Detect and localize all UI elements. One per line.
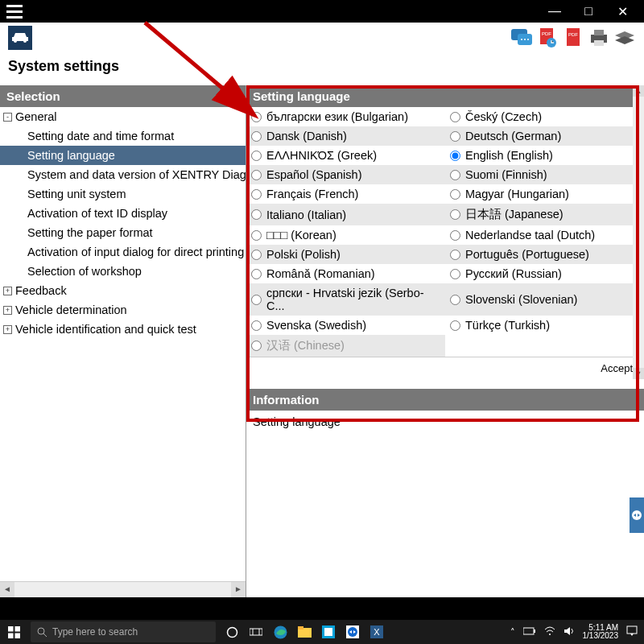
window-maximize[interactable]: □: [581, 4, 596, 19]
content-vscroll[interactable]: ▲ ▼: [633, 85, 644, 379]
sidebar-item-11[interactable]: +Vehicle identification and quick test: [0, 320, 246, 339]
language-option[interactable]: български език (Bulgarian): [246, 107, 445, 126]
taskview-icon[interactable]: [248, 624, 264, 640]
sidebar-item-9[interactable]: +Feedback: [0, 281, 246, 300]
sidebar-item-label: General: [15, 110, 57, 123]
language-radio[interactable]: [450, 250, 460, 260]
language-radio[interactable]: [251, 230, 262, 241]
scroll-right-icon[interactable]: ►: [231, 582, 246, 597]
language-radio[interactable]: [450, 170, 460, 180]
sidebar-item-6[interactable]: Setting the paper format: [0, 223, 246, 242]
sidebar-item-5[interactable]: Activation of text ID display: [0, 204, 246, 223]
language-option[interactable]: Nederlandse taal (Dutch): [445, 225, 644, 245]
printer-icon[interactable]: [588, 27, 610, 49]
scroll-up-icon[interactable]: ▲: [633, 85, 644, 97]
scroll-down-icon[interactable]: ▼: [633, 368, 644, 379]
language-radio[interactable]: [450, 112, 460, 122]
sidebar-item-1[interactable]: Setting date and time format: [0, 126, 246, 146]
search-input[interactable]: Type here to search: [31, 621, 216, 642]
pdf-icon[interactable]: PDF: [562, 27, 584, 49]
windows-icon: [8, 626, 20, 638]
edge-icon[interactable]: [272, 624, 288, 640]
vehicle-button[interactable]: [8, 26, 32, 50]
sidebar-item-10[interactable]: +Vehicle determination: [0, 300, 246, 320]
language-option[interactable]: Polski (Polish): [246, 245, 445, 264]
language-option[interactable]: Français (French): [246, 184, 445, 204]
language-option[interactable]: Slovenski (Slovenian): [445, 283, 644, 316]
chat-icon[interactable]: [510, 27, 533, 49]
tray-volume-icon[interactable]: [564, 626, 575, 638]
language-option[interactable]: ΕΛΛΗΝΙΚΌΣ (Greek): [246, 146, 445, 165]
language-radio[interactable]: [251, 269, 262, 279]
language-radio[interactable]: [251, 341, 262, 351]
tray-notifications-icon[interactable]: [626, 625, 638, 638]
language-option[interactable]: Italiano (Italian): [246, 204, 445, 225]
window-close[interactable]: ✕: [615, 4, 630, 19]
language-radio[interactable]: [251, 295, 262, 305]
language-option[interactable]: 日本語 (Japanese): [445, 204, 644, 225]
app1-icon[interactable]: [320, 624, 336, 640]
sidebar-item-2[interactable]: Setting language: [0, 146, 246, 165]
language-radio[interactable]: [450, 209, 460, 220]
sidebar-item-8[interactable]: Selection of workshop: [0, 262, 246, 281]
language-option[interactable]: Dansk (Danish): [246, 126, 445, 146]
sidebar-item-3[interactable]: System and data version of XENTRY Diagno…: [0, 165, 246, 184]
pdf-clock-icon[interactable]: PDF: [536, 27, 559, 49]
language-option[interactable]: Magyar (Hungarian): [445, 184, 644, 204]
language-option[interactable]: Türkçe (Turkish): [445, 316, 644, 335]
expand-icon[interactable]: +: [3, 306, 12, 315]
language-option[interactable]: Deutsch (German): [445, 126, 644, 146]
language-option[interactable]: српски - Hrvatski jezik (Serbo-C...: [246, 283, 445, 316]
language-radio[interactable]: [450, 269, 460, 279]
window-minimize[interactable]: —: [547, 4, 562, 19]
language-option[interactable]: Suomi (Finnish): [445, 165, 644, 184]
language-radio[interactable]: [450, 295, 460, 305]
tray-clock[interactable]: 5:11 AM 1/13/2023: [583, 624, 619, 640]
stack-icon[interactable]: [613, 27, 636, 49]
tray-chevron-icon[interactable]: ˄: [510, 627, 515, 638]
sidebar-item-7[interactable]: Activation of input dialog for direct pr…: [0, 242, 246, 262]
search-placeholder: Type here to search: [52, 626, 138, 638]
language-radio[interactable]: [251, 170, 262, 180]
tray-battery-icon[interactable]: [523, 627, 536, 637]
language-option[interactable]: Português (Portuguese): [445, 245, 644, 264]
language-option[interactable]: 汉语 (Chinese): [246, 335, 445, 357]
explorer-icon[interactable]: [296, 624, 312, 640]
sidebar-hscroll[interactable]: ◄ ►: [0, 581, 246, 597]
hamburger-menu[interactable]: [0, 0, 29, 23]
cortana-icon[interactable]: [224, 624, 240, 640]
language-radio[interactable]: [251, 112, 262, 122]
teamviewer-task-icon[interactable]: [345, 624, 361, 640]
language-label: Français (French): [266, 188, 358, 200]
language-radio[interactable]: [251, 209, 262, 220]
language-radio[interactable]: [251, 189, 262, 200]
language-option[interactable]: English (English): [445, 146, 644, 165]
language-radio[interactable]: [450, 230, 460, 241]
xentry-task-icon[interactable]: X: [369, 624, 385, 640]
language-option[interactable]: Română (Romanian): [246, 264, 445, 283]
language-radio[interactable]: [251, 320, 262, 331]
language-radio[interactable]: [450, 189, 460, 200]
tray-wifi-icon[interactable]: [544, 626, 555, 638]
language-option[interactable]: Svenska (Swedish): [246, 316, 445, 335]
language-option[interactable]: □□□ (Korean): [246, 225, 445, 245]
sidebar-item-0[interactable]: -General: [0, 107, 246, 126]
accept-button[interactable]: Accept: [246, 357, 644, 379]
language-option[interactable]: Español (Spanish): [246, 165, 445, 184]
language-radio[interactable]: [450, 151, 460, 161]
collapse-icon[interactable]: -: [3, 113, 12, 122]
scroll-left-icon[interactable]: ◄: [0, 582, 14, 597]
teamviewer-tab[interactable]: [630, 497, 644, 533]
language-radio[interactable]: [251, 151, 262, 161]
language-option[interactable]: Русский (Russian): [445, 264, 644, 283]
start-button[interactable]: [0, 620, 27, 644]
sidebar-item-4[interactable]: Setting unit system: [0, 184, 246, 204]
language-radio[interactable]: [251, 250, 262, 260]
language-radio[interactable]: [251, 131, 262, 142]
expand-icon[interactable]: +: [3, 325, 12, 334]
expand-icon[interactable]: +: [3, 287, 12, 295]
sidebar-item-label: Activation of text ID display: [27, 207, 167, 220]
language-option[interactable]: Český (Czech): [445, 107, 644, 126]
language-radio[interactable]: [450, 320, 460, 331]
language-radio[interactable]: [450, 131, 460, 142]
